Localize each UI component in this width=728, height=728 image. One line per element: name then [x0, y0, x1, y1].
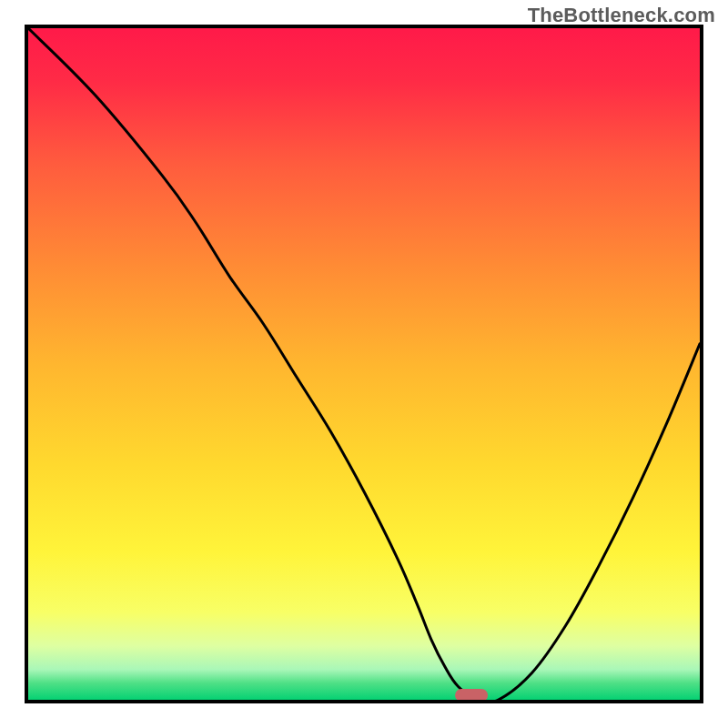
plot-area — [25, 25, 703, 703]
optimal-point-marker — [455, 689, 488, 700]
chart-container: TheBottleneck.com — [0, 0, 728, 728]
gradient-background — [28, 28, 700, 700]
watermark-text: TheBottleneck.com — [528, 4, 715, 27]
chart-svg — [28, 28, 700, 700]
